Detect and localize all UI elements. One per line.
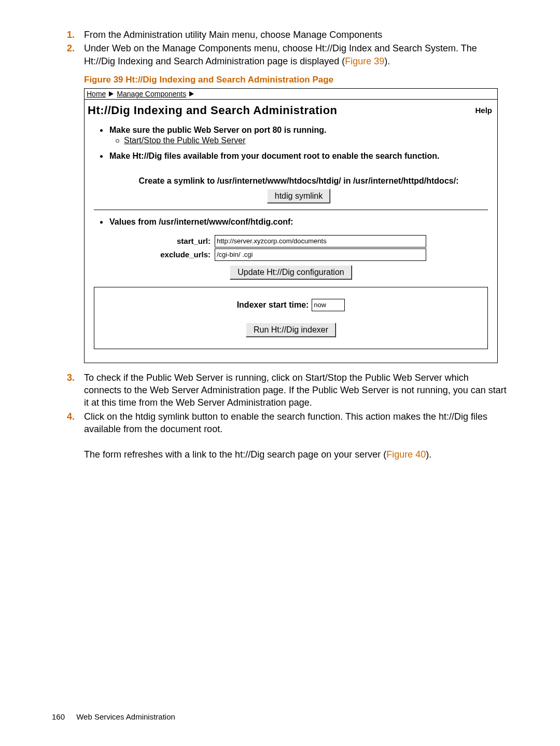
exclude-urls-input[interactable] [215,248,426,261]
symlink-instruction: Create a symlink to /usr/internet/www/ht… [139,176,459,185]
chevron-right-icon [189,91,194,96]
help-link[interactable]: Help [475,106,492,115]
figure-40-link[interactable]: Figure 40 [386,449,426,460]
footer-section: Web Services Administration [76,712,175,721]
bottom-steps-list: 3. To check if the Public Web Server is … [52,371,508,461]
breadcrumb-home[interactable]: Home [87,90,106,98]
divider [94,210,488,210]
run-indexer-button[interactable]: Run Ht://Dig indexer [246,323,336,337]
page-footer: 160 Web Services Administration [52,712,175,721]
chevron-right-icon [109,91,114,96]
step-text: To check if the Public Web Server is run… [84,371,508,409]
indexer-panel: Indexer start time: Run Ht://Dig indexer [94,287,488,349]
update-configuration-button[interactable]: Update Ht://Dig configuration [230,265,352,280]
indexer-start-time-label: Indexer start time: [237,300,309,310]
breadcrumb: Home Manage Components [85,89,497,100]
page-title: Ht://Dig Indexing and Search Administrat… [88,104,338,117]
step-number: 3. [52,371,84,409]
breadcrumb-manage-components[interactable]: Manage Components [117,90,186,98]
start-url-label: start_url: [94,237,213,245]
step-text: Click on the htdig symlink button to ena… [84,410,508,461]
figure-caption: Figure 39 Ht://Dig Indexing and Search A… [84,75,508,85]
step-text: From the Administration utility Main men… [84,29,508,41]
start-url-input[interactable] [215,235,426,247]
htdig-symlink-button[interactable]: htdig symlink [267,189,330,203]
start-stop-server-link[interactable]: Start/Stop the Public Web Server [124,136,245,145]
bullet-server-running: Make sure the public Web Server on port … [109,126,326,134]
step-number: 4. [52,410,84,461]
figure-39-link[interactable]: Figure 39 [345,56,384,66]
step-text: Under Web on the Manage Components menu,… [84,42,508,67]
top-steps-list: 1. From the Administration utility Main … [52,29,508,67]
step-number: 1. [52,29,84,41]
figure-screenshot: Home Manage Components Ht://Dig Indexing… [84,88,498,363]
bullet-values-from-conf: Values from /usr/internet/www/conf/htdig… [109,217,293,226]
step-number: 2. [52,42,84,67]
page-number: 160 [52,712,65,721]
exclude-urls-label: exclude_urls: [94,250,213,259]
indexer-start-time-input[interactable] [312,299,345,311]
bullet-make-files-available: Make Ht://Dig files available from your … [109,151,440,160]
